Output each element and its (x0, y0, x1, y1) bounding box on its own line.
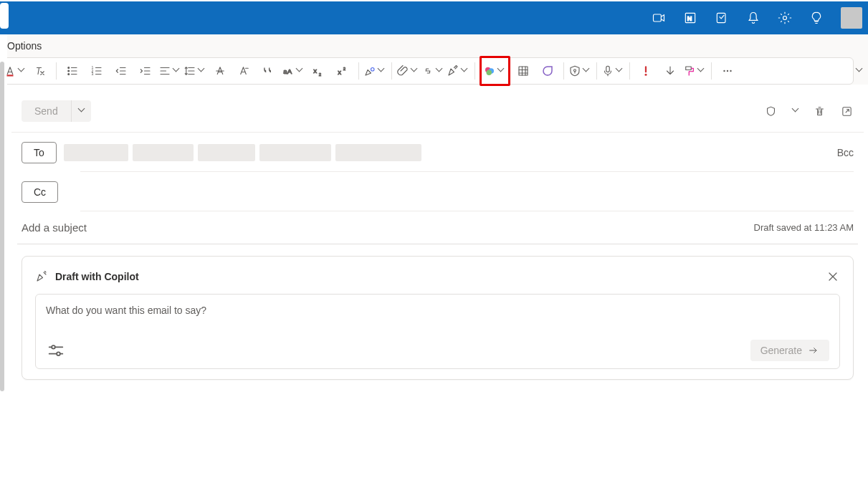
subscript-button[interactable]: x2 (307, 59, 330, 82)
tips-icon[interactable] (803, 5, 829, 31)
notifications-icon[interactable] (740, 5, 766, 31)
decrease-indent-button[interactable] (110, 59, 133, 82)
svg-rect-25 (686, 67, 692, 70)
chevron-down-icon[interactable] (297, 67, 304, 75)
title-bar: N (0, 1, 868, 34)
svg-text:3: 3 (92, 72, 94, 76)
clear-formatting-button[interactable] (29, 59, 52, 82)
tab-options[interactable]: Options (7, 40, 42, 52)
align-button[interactable] (158, 59, 182, 82)
compose-header: Send (11, 97, 864, 133)
generate-label: Generate (760, 345, 802, 356)
adjust-options-button[interactable] (46, 340, 66, 360)
my-day-icon[interactable] (709, 5, 735, 31)
send-button[interactable]: Send (22, 100, 71, 122)
onenote-icon[interactable]: N (677, 5, 703, 31)
sensitivity-button[interactable] (568, 59, 592, 82)
numbered-list-button[interactable]: 123 (85, 59, 108, 82)
generate-button[interactable]: Generate (750, 340, 829, 361)
copilot-button[interactable] (483, 59, 507, 82)
low-importance-button[interactable] (659, 59, 682, 82)
account-avatar[interactable] (841, 7, 862, 29)
separator (596, 62, 597, 80)
svg-point-6 (68, 67, 70, 69)
recipient-pill[interactable] (335, 144, 421, 161)
strikethrough-button[interactable] (209, 59, 232, 82)
text-effects-button[interactable] (233, 59, 256, 82)
copilot-draft-card: Draft with Copilot Generate (22, 256, 854, 380)
copilot-title-row: Draft with Copilot (35, 269, 840, 284)
copilot-highlight (480, 56, 510, 86)
search-fragment[interactable] (0, 3, 9, 29)
settings-icon[interactable] (772, 5, 798, 31)
to-row: To Bcc (11, 133, 864, 166)
svg-point-31 (57, 352, 60, 355)
subject-row: Draft saved at 11:23 AM (11, 211, 864, 244)
recipient-pill[interactable] (64, 144, 128, 161)
chevron-down-icon[interactable] (462, 67, 469, 75)
table-button[interactable] (512, 59, 535, 82)
signature-button[interactable] (447, 59, 470, 82)
separator (56, 62, 57, 80)
separator (474, 62, 475, 80)
discard-button[interactable] (812, 104, 826, 118)
popout-button[interactable] (839, 104, 854, 118)
encryption-button[interactable] (763, 104, 778, 118)
draft-saved-status: Draft saved at 11:23 AM (754, 222, 854, 233)
svg-text:N: N (687, 15, 692, 22)
chevron-down-icon[interactable] (378, 67, 386, 75)
more-options-button[interactable] (716, 59, 739, 82)
dictate-button[interactable] (601, 59, 625, 82)
quote-button[interactable] (257, 59, 280, 82)
attach-button[interactable] (396, 59, 420, 82)
send-split-button: Send (22, 100, 91, 122)
arrow-right-icon (808, 345, 819, 356)
chevron-down-icon[interactable] (698, 67, 705, 75)
link-button[interactable] (421, 59, 445, 82)
bullet-list-button[interactable] (61, 59, 84, 82)
chevron-down-icon[interactable] (411, 67, 419, 75)
chevron-down-icon[interactable] (19, 67, 26, 75)
close-button[interactable] (826, 269, 840, 284)
chevron-down-icon[interactable] (173, 67, 181, 75)
superscript-button[interactable]: x2 (331, 59, 354, 82)
svg-point-26 (723, 70, 725, 72)
svg-text:aA: aA (283, 67, 292, 75)
copilot-input-box: Generate (35, 294, 840, 369)
cc-row: Cc (11, 172, 864, 205)
chevron-down-icon[interactable] (583, 67, 591, 75)
subject-input[interactable] (22, 221, 754, 234)
send-dropdown-button[interactable] (71, 100, 91, 122)
encryption-dropdown[interactable] (791, 104, 799, 118)
bcc-toggle[interactable]: Bcc (837, 147, 854, 158)
font-color-button[interactable] (4, 59, 27, 82)
cc-button[interactable]: Cc (22, 181, 58, 203)
svg-rect-23 (645, 66, 647, 72)
compose-header-actions (763, 104, 854, 118)
format-painter-button[interactable] (683, 59, 707, 82)
chevron-down-icon[interactable] (437, 67, 444, 75)
to-button[interactable]: To (22, 142, 57, 163)
svg-text:2: 2 (343, 67, 346, 71)
scrollbar-thumb[interactable] (0, 62, 4, 391)
svg-point-7 (68, 70, 70, 72)
line-spacing-button[interactable] (183, 59, 207, 82)
styles-button[interactable] (363, 59, 387, 82)
recipient-pill[interactable] (259, 144, 331, 161)
chevron-down-icon (79, 107, 86, 115)
loop-component-button[interactable] (536, 59, 559, 82)
change-case-button[interactable]: aA (282, 59, 305, 82)
increase-indent-button[interactable] (134, 59, 157, 82)
meet-icon[interactable] (646, 5, 672, 31)
to-recipient-list[interactable] (64, 144, 830, 161)
high-importance-button[interactable] (634, 59, 657, 82)
chevron-down-icon[interactable] (199, 67, 206, 75)
copilot-prompt-input[interactable] (46, 305, 829, 333)
ribbon-expand-button[interactable] (854, 57, 864, 85)
chevron-down-icon[interactable] (616, 67, 624, 75)
separator (711, 62, 712, 80)
svg-text:2: 2 (319, 72, 322, 77)
recipient-pill[interactable] (133, 144, 194, 161)
chevron-down-icon[interactable] (498, 67, 505, 75)
recipient-pill[interactable] (198, 144, 255, 161)
